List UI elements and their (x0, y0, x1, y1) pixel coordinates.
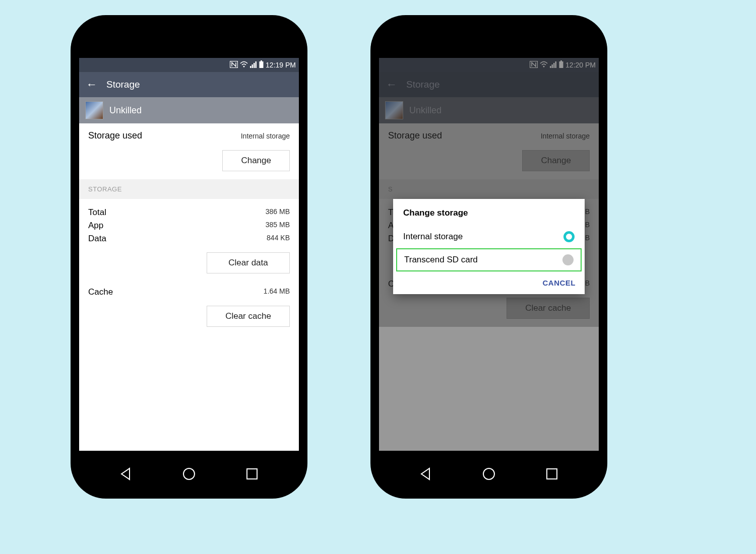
change-storage-dialog: Change storage Internal storage Transcen… (393, 199, 585, 294)
radio-unselected-icon (562, 254, 574, 265)
svg-rect-4 (254, 63, 255, 68)
row-app-value: 385 MB (266, 221, 290, 231)
back-icon[interactable]: ← (86, 78, 97, 91)
nav-recent-icon[interactable] (244, 466, 260, 483)
storage-details: Total 386 MB App 385 MB Data 844 KB Clea… (79, 199, 299, 282)
cache-value: 1.64 MB (264, 287, 290, 297)
clear-cache-button[interactable]: Clear cache (207, 306, 290, 327)
row-app-label: App (88, 221, 103, 231)
svg-rect-6 (261, 60, 262, 61)
radio-option-internal-label: Internal storage (403, 232, 463, 242)
radio-option-sdcard-label: Transcend SD card (404, 255, 478, 265)
row-total-label: Total (88, 207, 106, 218)
toolbar-title: Storage (106, 79, 140, 90)
app-icon (85, 101, 103, 119)
navigation-bar (370, 462, 607, 488)
svg-rect-12 (247, 469, 257, 479)
app-toolbar: ← Storage (79, 72, 299, 97)
dialog-cancel-button[interactable]: CANCEL (393, 271, 585, 290)
row-data-value: 844 KB (267, 234, 290, 244)
signal-icon (250, 61, 257, 70)
phone-frame-right: 12:20 PM ← Storage Unkilled Storage used… (370, 15, 607, 499)
storage-used-label: Storage used (88, 130, 142, 141)
nav-home-icon[interactable] (181, 466, 197, 483)
app-banner: Unkilled (79, 97, 299, 123)
svg-rect-3 (252, 64, 254, 68)
svg-rect-5 (256, 61, 257, 68)
nfc-icon (230, 61, 238, 70)
svg-point-1 (243, 65, 245, 67)
radio-option-internal[interactable]: Internal storage (393, 225, 585, 248)
svg-point-22 (483, 468, 494, 479)
row-total-value: 386 MB (266, 207, 290, 218)
radio-option-sdcard[interactable]: Transcend SD card (396, 248, 582, 271)
change-button[interactable]: Change (222, 150, 290, 171)
row-total: Total 386 MB (88, 206, 290, 219)
screen-right: 12:20 PM ← Storage Unkilled Storage used… (379, 58, 599, 451)
cache-label: Cache (88, 287, 113, 297)
svg-rect-7 (260, 61, 264, 68)
row-app: App 385 MB (88, 219, 290, 232)
app-name: Unkilled (109, 105, 142, 116)
radio-selected-icon (563, 231, 575, 242)
svg-marker-10 (121, 468, 130, 479)
navigation-bar (71, 462, 307, 488)
phone-frame-left: 12:19 PM ← Storage Unkilled Storage used… (71, 15, 307, 499)
status-time: 12:19 PM (266, 61, 296, 69)
svg-rect-2 (250, 66, 251, 68)
status-bar: 12:19 PM (79, 58, 299, 72)
nav-home-icon[interactable] (481, 466, 496, 483)
nav-recent-icon[interactable] (544, 466, 559, 483)
nav-back-icon[interactable] (118, 466, 134, 483)
svg-rect-23 (547, 469, 557, 479)
battery-icon (259, 60, 264, 70)
nav-back-icon[interactable] (418, 466, 433, 483)
storage-used-section: Storage used Internal storage Change (79, 123, 299, 179)
row-data-label: Data (88, 234, 106, 244)
clear-data-button[interactable]: Clear data (207, 252, 290, 273)
row-cache: Cache 1.64 MB (88, 286, 290, 299)
dialog-title: Change storage (393, 208, 585, 225)
screen-left: 12:19 PM ← Storage Unkilled Storage used… (79, 58, 299, 451)
storage-section-header: STORAGE (79, 179, 299, 199)
row-data: Data 844 KB (88, 232, 290, 245)
wifi-icon (240, 61, 248, 70)
storage-used-value: Internal storage (241, 132, 290, 140)
cache-section: Cache 1.64 MB Clear cache (79, 282, 299, 335)
svg-point-11 (183, 468, 195, 479)
svg-marker-21 (421, 468, 429, 479)
